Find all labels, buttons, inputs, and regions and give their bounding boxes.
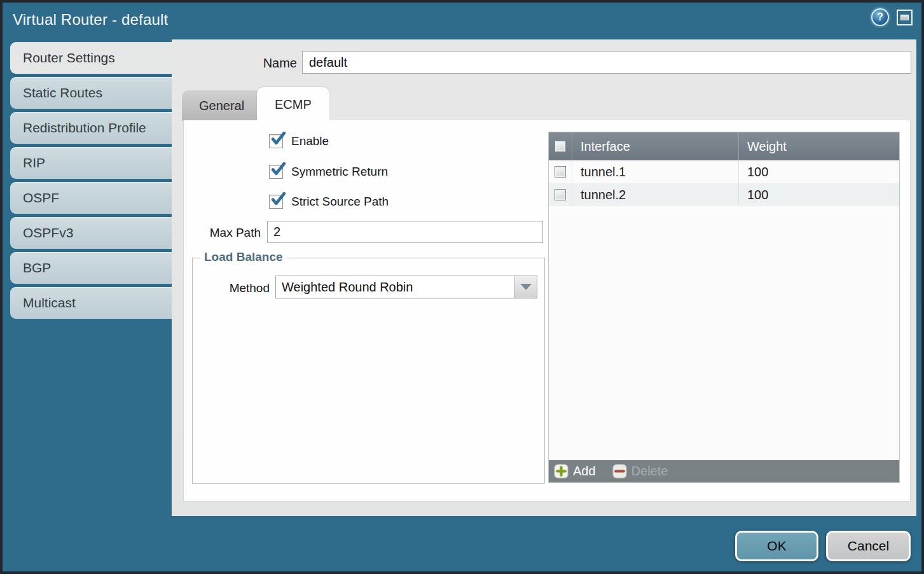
method-dropdown-button[interactable] — [514, 276, 537, 298]
checkbox-checked-icon — [270, 162, 286, 178]
enable-checkbox[interactable] — [269, 134, 283, 148]
row-checkbox-cell — [549, 160, 572, 183]
symmetric-return-checkbox[interactable] — [269, 165, 283, 179]
delete-button-label: Delete — [631, 464, 668, 479]
weight-cell: 100 — [738, 160, 899, 183]
symmetric-return-label: Symmetric Return — [291, 165, 388, 179]
method-label: Method — [193, 281, 270, 295]
delete-button[interactable]: Delete — [612, 464, 668, 479]
add-button-label: Add — [573, 464, 596, 479]
weight-column-header: Weight — [738, 132, 899, 160]
sidebar-item-ospfv3[interactable]: OSPFv3 — [10, 217, 172, 249]
help-icon[interactable]: ? — [871, 8, 889, 26]
strict-source-path-row: Strict Source Path — [269, 195, 389, 209]
row-checkbox[interactable] — [555, 189, 566, 200]
symmetric-return-row: Symmetric Return — [269, 165, 388, 179]
table-row[interactable]: tunnel.2 100 — [549, 183, 899, 206]
method-selected-value: Weighted Round Robin — [282, 276, 413, 298]
sidebar-item-ospf[interactable]: OSPF — [10, 182, 172, 214]
load-balance-group: Load Balance Method Weighted Round Robin — [192, 258, 545, 484]
virtual-router-dialog: Virtual Router - default ? Router Settin… — [0, 0, 924, 574]
enable-label: Enable — [291, 134, 329, 148]
add-button[interactable]: Add — [554, 464, 596, 479]
table-row[interactable]: tunnel.1 100 — [549, 160, 899, 183]
window-icon[interactable] — [897, 10, 913, 25]
window-icon-inner — [900, 15, 909, 20]
table-toolbar: Add Delete — [549, 460, 899, 482]
content-area: Name General ECMP Enable Symmetric Retur… — [172, 39, 916, 516]
max-path-input[interactable] — [267, 221, 543, 243]
load-balance-legend: Load Balance — [200, 250, 287, 264]
interface-column-header: Interface — [572, 132, 738, 160]
weight-cell: 100 — [738, 183, 899, 206]
tab-general[interactable]: General — [182, 90, 261, 121]
table-header-checkbox-cell — [549, 132, 572, 160]
titlebar-icons: ? — [871, 8, 913, 26]
interface-cell: tunnel.1 — [572, 160, 738, 183]
sidebar: Router Settings Static Routes Redistribu… — [5, 42, 172, 322]
ecmp-panel: Enable Symmetric Return Strict Source Pa… — [183, 120, 911, 501]
row-checkbox-cell — [549, 183, 572, 206]
name-label: Name — [172, 56, 297, 71]
sidebar-item-multicast[interactable]: Multicast — [10, 287, 172, 319]
checkbox-checked-icon — [270, 192, 286, 208]
sidebar-item-bgp[interactable]: BGP — [10, 252, 172, 284]
chevron-down-icon — [520, 284, 532, 290]
table-header-row: Interface Weight — [549, 132, 899, 160]
strict-source-path-checkbox[interactable] — [269, 195, 283, 209]
sidebar-item-router-settings[interactable]: Router Settings — [10, 42, 172, 74]
delete-icon — [612, 464, 627, 479]
cancel-button[interactable]: Cancel — [826, 531, 911, 561]
table-empty-area — [549, 206, 899, 460]
tab-ecmp[interactable]: ECMP — [257, 87, 329, 121]
max-path-label: Max Path — [184, 226, 261, 240]
interface-weight-table: Interface Weight tunnel.1 100 tunnel.2 1… — [548, 132, 900, 483]
titlebar: Virtual Router - default ? — [3, 3, 921, 39]
sidebar-item-redistribution-profile[interactable]: Redistribution Profile — [10, 112, 172, 144]
enable-row: Enable — [269, 134, 329, 148]
dialog-title: Virtual Router - default — [13, 11, 168, 29]
checkbox-checked-icon — [270, 132, 286, 148]
row-checkbox[interactable] — [555, 166, 566, 178]
name-input[interactable] — [302, 51, 911, 74]
select-all-checkbox[interactable] — [555, 141, 566, 152]
method-dropdown[interactable]: Weighted Round Robin — [275, 276, 537, 298]
strict-source-path-label: Strict Source Path — [291, 195, 389, 209]
ok-button[interactable]: OK — [735, 531, 818, 561]
sidebar-item-static-routes[interactable]: Static Routes — [10, 77, 172, 109]
help-icon-glyph: ? — [877, 11, 883, 23]
interface-cell: tunnel.2 — [572, 183, 738, 206]
sidebar-item-rip[interactable]: RIP — [10, 147, 172, 179]
add-icon — [554, 464, 569, 479]
